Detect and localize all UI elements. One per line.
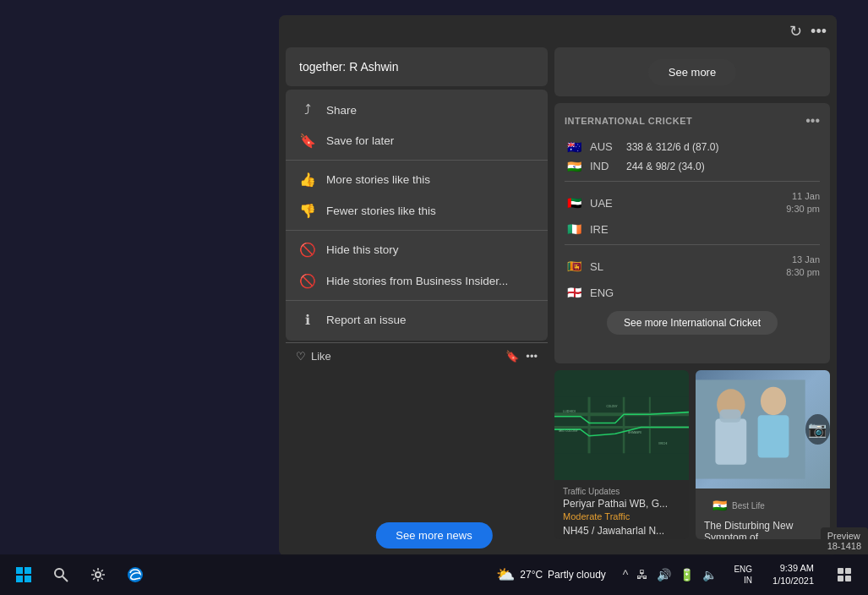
network-icon[interactable]: 🖧 <box>633 565 652 585</box>
right-panel: See more INTERNATIONAL CRICKET ••• 🇦🇺 AU… <box>554 47 830 539</box>
taskbar-left <box>7 558 152 592</box>
bottom-row: LUDHIOI COLONY MIG COLONY BHIMANPE VRICH… <box>554 370 830 539</box>
like-button[interactable]: ♡ Like <box>296 350 331 363</box>
svg-text:VRICHI: VRICHI <box>658 442 668 445</box>
svg-rect-25 <box>838 568 843 574</box>
svg-rect-15 <box>715 418 746 464</box>
svg-text:COLONY: COLONY <box>607 405 618 408</box>
hide-source-menu-item[interactable]: 🚫 Hide stories from Business Insider... <box>286 265 548 297</box>
ind-code: IND <box>590 160 620 172</box>
cricket-card: INTERNATIONAL CRICKET ••• 🇦🇺 AUS 338 & 3… <box>554 103 830 363</box>
svg-rect-16 <box>719 410 740 423</box>
volume-icon[interactable]: 🔊 <box>653 565 674 585</box>
svg-rect-0 <box>554 397 689 454</box>
cricket-options-icon[interactable]: ••• <box>805 113 820 128</box>
preview-id: 18-1418 <box>827 541 861 551</box>
like-label: Like <box>311 350 331 363</box>
uae-ire-time: 11 Jan 9:30 pm <box>786 190 820 216</box>
svg-text:BHIMANPE: BHIMANPE <box>628 431 641 434</box>
route-2-status: Moderate Traffic <box>563 538 680 539</box>
clock-date: 1/10/2021 <box>772 575 814 587</box>
article-title-snippet: The Disturbing New Symptom of <box>704 520 822 539</box>
left-panel: together: R Ashwin ⤴ Share 🔖 Save for la… <box>286 47 548 539</box>
hide-story-menu-item[interactable]: 🚫 Hide this story <box>286 234 548 265</box>
action-bar: ♡ Like 🔖 ••• <box>286 342 548 369</box>
article-source-row: 🇮🇳 Best Life <box>704 494 822 517</box>
article-title: together: R Ashwin <box>299 60 399 74</box>
save-later-menu-item[interactable]: 🔖 Save for later <box>286 125 548 156</box>
save-icon-button[interactable]: 🔖 <box>505 350 519 363</box>
traffic-info: Traffic Updates Periyar Pathai WB, G... … <box>554 480 689 539</box>
camera-icon: 📷 <box>805 414 830 445</box>
locale-country: IN <box>734 575 752 586</box>
taskbar-right: ⛅ 27°C Partly cloudy ^ 🖧 🔊 🔋 🔈 ENG IN 9:… <box>489 558 861 592</box>
chevron-up-icon[interactable]: ^ <box>620 565 632 585</box>
see-more-container: See more <box>554 47 830 96</box>
cricket-header: INTERNATIONAL CRICKET ••• <box>565 113 820 128</box>
weather-widget[interactable]: ⛅ 27°C Partly cloudy <box>489 562 613 587</box>
start-button[interactable] <box>7 558 41 592</box>
like-icon: ♡ <box>296 350 306 363</box>
see-more-news-label: See more news <box>396 529 472 542</box>
svg-rect-20 <box>25 576 31 582</box>
svg-rect-19 <box>16 576 23 582</box>
match-row-aus-ind-team2: 🇮🇳 IND 244 & 98/2 (34.0) <box>565 156 820 176</box>
clock-time: 9:39 AM <box>772 562 814 575</box>
more-stories-menu-item[interactable]: 👍 More stories like this <box>286 164 548 195</box>
match-row-uae-ire-team2: 🇮🇪 IRE <box>565 220 820 239</box>
bookmark-icon: 🔖 <box>299 133 316 149</box>
match-row-uae-ire-team1: 🇦🇪 UAE 11 Jan 9:30 pm <box>565 187 820 220</box>
source-flag: 🇮🇳 <box>712 499 727 512</box>
report-menu-item[interactable]: ℹ Report an issue <box>286 304 548 336</box>
sl-eng-time: 13 Jan 8:30 pm <box>786 254 820 280</box>
clock-display[interactable]: 9:39 AM 1/10/2021 <box>766 559 821 592</box>
share-menu-item[interactable]: ⤴ Share <box>286 95 548 125</box>
ind-flag: 🇮🇳 <box>565 160 583 172</box>
sl-eng-time-val: 8:30 pm <box>786 266 820 279</box>
traffic-card: LUDHIOI COLONY MIG COLONY BHIMANPE VRICH… <box>554 370 689 539</box>
hide-icon: 🚫 <box>299 242 316 258</box>
more-icon-button[interactable]: ••• <box>526 350 538 363</box>
settings-taskbar-button[interactable] <box>81 558 115 592</box>
speaker-icon[interactable]: 🔈 <box>699 565 720 585</box>
notification-button[interactable] <box>827 558 861 592</box>
refresh-icon[interactable]: ↻ <box>789 22 802 41</box>
edge-browser-button[interactable] <box>118 558 152 592</box>
preview-tooltip: Preview 18-1418 <box>821 527 868 554</box>
uae-ire-date: 11 Jan <box>786 190 820 203</box>
see-more-news-bar[interactable]: See more news <box>375 522 492 549</box>
thumbs-up-icon: 👍 <box>299 172 316 188</box>
aus-code: AUS <box>590 140 620 153</box>
match-row-sl-eng-team1: 🇱🇰 SL 13 Jan 8:30 pm <box>565 250 820 283</box>
share-icon: ⤴ <box>299 102 316 117</box>
news-image-card[interactable]: 📷 🇮🇳 Best Life The Disturbing New Sympto… <box>696 370 830 539</box>
report-label: Report an issue <box>326 314 407 326</box>
search-button[interactable] <box>44 558 78 592</box>
more-stories-label: More stories like this <box>326 173 430 186</box>
hide-source-label: Hide stories from Business Insider... <box>326 275 508 287</box>
weather-icon: ⛅ <box>496 565 515 584</box>
svg-rect-27 <box>838 576 843 581</box>
article-bottom: 🇮🇳 Best Life The Disturbing New Symptom … <box>696 489 830 539</box>
svg-rect-13 <box>758 415 789 457</box>
more-options-icon[interactable]: ••• <box>811 23 827 41</box>
svg-rect-26 <box>845 568 851 574</box>
route-2-name: NH45 / Jawaharlal N... <box>563 525 680 537</box>
weather-desc: Partly cloudy <box>548 569 606 581</box>
aus-score: 338 & 312/6 d (87.0) <box>626 141 820 153</box>
svg-rect-28 <box>845 576 851 581</box>
fewer-stories-menu-item[interactable]: 👎 Fewer stories like this <box>286 195 548 227</box>
svg-text:LUDHIOI: LUDHIOI <box>563 410 576 413</box>
traffic-route-1: Periyar Pathai WB, G... Moderate Traffic <box>563 498 680 521</box>
see-more-cricket-button[interactable]: See more International Cricket <box>607 311 778 335</box>
ind-score: 244 & 98/2 (34.0) <box>626 161 820 172</box>
hide-story-label: Hide this story <box>326 243 399 256</box>
uae-ire-time-val: 9:30 pm <box>786 203 820 216</box>
svg-text:MIG COLONY: MIG COLONY <box>559 429 578 433</box>
share-label: Share <box>326 104 357 117</box>
see-more-button[interactable]: See more <box>648 59 736 85</box>
locale-display[interactable]: ENG IN <box>727 560 759 589</box>
battery-icon[interactable]: 🔋 <box>676 565 697 585</box>
menu-divider-3 <box>286 300 548 301</box>
traffic-updates-label: Traffic Updates <box>563 487 680 496</box>
